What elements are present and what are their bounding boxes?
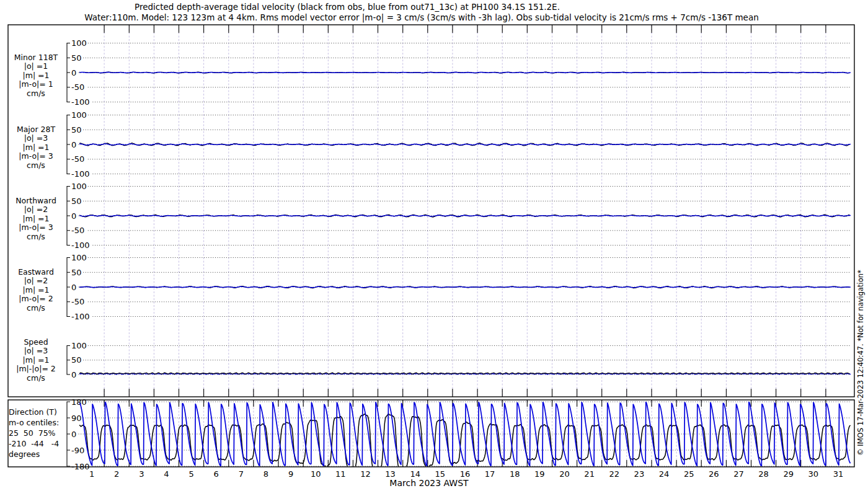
day-label-8: 8: [257, 469, 275, 479]
x-axis-title: March 2023 AWST: [389, 478, 468, 488]
day-label-4: 4: [157, 469, 175, 479]
day-label-27: 27: [730, 469, 747, 479]
day-label-1: 1: [83, 469, 100, 479]
day-label-13: 13: [382, 469, 399, 479]
ytick-label: 0: [71, 430, 76, 439]
ytick-label: 100: [71, 341, 87, 350]
ytick-label: -100: [71, 241, 90, 250]
panel-label-line: -210 -44 -4: [9, 438, 59, 449]
panel-label-line: Eastward: [5, 268, 67, 277]
ytick-label: 100: [71, 38, 87, 48]
day-label-28: 28: [755, 469, 773, 479]
panel-label-line: cm/s: [5, 304, 67, 313]
panel-label-line: m-o centiles:: [9, 417, 59, 428]
day-label-18: 18: [506, 469, 523, 479]
panel-label-line: cm/s: [5, 232, 67, 242]
ytick-label: 0: [71, 370, 76, 379]
ytick-label: 100: [71, 182, 87, 191]
day-label-21: 21: [581, 469, 598, 479]
trace-minor-model: [79, 72, 851, 73]
day-label-14: 14: [407, 469, 424, 479]
panel-label-line: |m-o|= 2: [5, 294, 67, 304]
day-label-7: 7: [232, 469, 250, 479]
ytick-label: 50: [71, 53, 82, 63]
trace-major-model: [79, 144, 851, 145]
velocity-panels-frame: [8, 25, 854, 397]
day-label-12: 12: [356, 469, 374, 479]
day-label-17: 17: [481, 469, 498, 479]
day-label-23: 23: [631, 469, 648, 479]
day-label-26: 26: [705, 469, 722, 479]
ytick-label: 50: [71, 355, 82, 365]
day-label-24: 24: [655, 469, 673, 479]
day-tickmarks: [104, 25, 826, 467]
direction-panel-frame: [8, 400, 854, 467]
day-label-22: 22: [606, 469, 623, 479]
day-label-19: 19: [531, 469, 548, 479]
ytick-label: -100: [71, 312, 90, 321]
ytick-label: -50: [71, 82, 84, 92]
day-label-20: 20: [556, 469, 574, 479]
panel-label-line: Major 28T: [5, 125, 67, 135]
day-label-11: 11: [332, 469, 349, 479]
ytick-label: -100: [71, 169, 90, 179]
ytick-label: 100: [71, 110, 87, 120]
day-label-3: 3: [133, 469, 150, 479]
day-label-5: 5: [183, 469, 200, 479]
ytick-label: 50: [71, 125, 82, 135]
panel-label-line: |m| =1: [5, 215, 67, 224]
panel-label-speed: Speed|o| =3|m| =1|m|-|o|= 2cm/s: [5, 338, 67, 383]
day-label-16: 16: [456, 469, 474, 479]
panel-label-line: cm/s: [5, 89, 67, 99]
panel-label-line: |o| =3: [5, 347, 67, 356]
day-label-10: 10: [307, 469, 324, 479]
ytick-label: -100: [71, 97, 90, 107]
panel-label-line: Northward: [5, 197, 67, 206]
panel-label-line: |m-o|= 3: [5, 223, 67, 232]
panel-label-eastward: Eastward|o| =2|m| =1|m-o|= 2cm/s: [5, 268, 67, 313]
tidal-chart-svg: 100500-50-100100500-50-100100500-50-1001…: [0, 0, 868, 496]
day-label-6: 6: [208, 469, 225, 479]
panel-label-line: |o| =3: [5, 134, 67, 143]
day-label-29: 29: [780, 469, 797, 479]
panel-label-line: |o| =2: [5, 205, 67, 215]
ytick-label: 0: [71, 68, 76, 78]
ytick-label: 50: [71, 197, 82, 206]
panel-label-line: cm/s: [5, 374, 67, 383]
panel-label-line: 25 50 75%: [9, 428, 59, 438]
ytick-label: 50: [71, 268, 82, 277]
day-label-9: 9: [282, 469, 299, 479]
panel-label-line: degrees: [9, 449, 59, 459]
panel-label-line: Speed: [5, 338, 67, 347]
panel-label-line: |m-o|= 1: [5, 80, 67, 89]
ytick-label: 90: [71, 414, 82, 423]
panel-label-line: |m| =1: [5, 286, 67, 295]
ytick-label: -50: [71, 297, 84, 306]
panel-label-line: |m|-|o|= 2: [5, 365, 67, 374]
trace-eastward-model: [79, 286, 851, 288]
ytick-label: 0: [71, 140, 76, 149]
day-label-15: 15: [432, 469, 449, 479]
panel-label-minor: Minor 118T|o| =1|m| =1|m-o|= 1cm/s: [5, 53, 67, 99]
panel-label-line: |m| =1: [5, 356, 67, 365]
panel-label-line: |m| =1: [5, 71, 67, 81]
ytick-label: -50: [71, 226, 84, 235]
panel-label-line: Minor 118T: [5, 53, 67, 63]
day-label-2: 2: [108, 469, 125, 479]
panel-label-direction: Direction (T)m-o centiles:25 50 75%-210 …: [9, 407, 59, 459]
day-label-31: 31: [830, 469, 847, 479]
panel-label-line: |o| =2: [5, 277, 67, 286]
ytick-label: 180: [71, 397, 87, 407]
imos-watermark: © IMOS 17-Mar-2023 12:40:47. *Not for na…: [856, 270, 865, 456]
ytick-label: 0: [71, 283, 76, 292]
panel-label-line: |m-o|= 3: [5, 152, 67, 161]
panel-label-line: |o| =1: [5, 62, 67, 71]
day-label-30: 30: [805, 469, 822, 479]
panel-label-northward: Northward|o| =2|m| =1|m-o|= 3cm/s: [5, 197, 67, 242]
day-label-25: 25: [680, 469, 698, 479]
panel-label-line: |m| =1: [5, 143, 67, 153]
ytick-label: 100: [71, 253, 87, 262]
panel-label-line: cm/s: [5, 161, 67, 170]
ytick-label: -50: [71, 154, 84, 164]
ytick-label: -90: [71, 446, 84, 455]
